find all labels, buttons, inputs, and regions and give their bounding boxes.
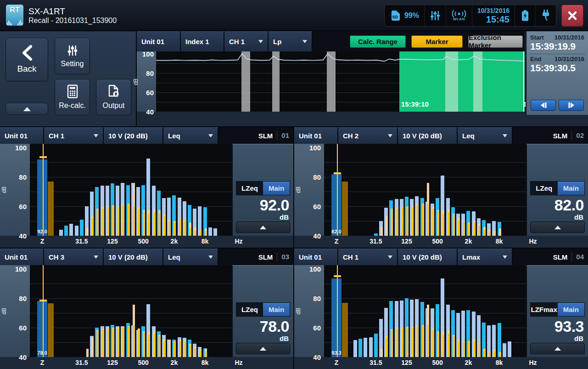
unit-cell[interactable]: Unit 01 xyxy=(137,31,181,51)
y-axis-unit-label: dB xyxy=(295,308,302,315)
readout-main-tab[interactable]: Main xyxy=(558,303,585,316)
z-value-label: 92.0 xyxy=(34,229,50,234)
slm-01-spectrum-plot[interactable]: 92.0 xyxy=(30,144,232,236)
chevron-down-icon xyxy=(388,255,392,259)
range-cell[interactable]: 10 V (20 dB) xyxy=(104,127,163,144)
slm-panel-04: Unit 01 CH 1 10 V (20 dB) Lmax SLM04 dB1… xyxy=(294,248,588,369)
readout-collapse-button[interactable] xyxy=(236,221,290,233)
spectrum-overlay-bar2 xyxy=(190,345,191,357)
slm-number: 02 xyxy=(571,131,584,140)
unit-cell[interactable]: Unit 01 xyxy=(294,127,338,144)
readout-value: 93.3 xyxy=(554,318,584,335)
readout-collapse-button[interactable] xyxy=(530,343,585,354)
battery-status xyxy=(515,5,536,26)
metric-select[interactable]: Leq xyxy=(458,127,513,144)
slm-04-spectrum-plot[interactable]: 93.3 xyxy=(324,265,526,357)
svg-text:SD: SD xyxy=(392,15,398,19)
metric-label: Leq xyxy=(168,132,180,140)
output-button[interactable]: Output xyxy=(96,79,131,115)
recalc-button[interactable]: Re-calc. xyxy=(55,79,90,115)
index-label: Index 1 xyxy=(185,38,209,45)
spectrum-bar xyxy=(369,337,373,357)
chevron-down-icon xyxy=(208,255,213,259)
unit-cell[interactable]: Unit 01 xyxy=(0,249,44,265)
index-cell[interactable]: Index 1 xyxy=(181,31,224,51)
readout-collapse-button[interactable] xyxy=(236,343,290,354)
y-tick-label: 100 xyxy=(309,265,321,273)
step-forward-button[interactable] xyxy=(559,100,584,111)
channel-select[interactable]: CH 1 xyxy=(338,249,398,265)
marker-button[interactable]: Marker xyxy=(411,35,463,48)
metric-select[interactable]: Lp xyxy=(269,31,313,51)
time-chart-y-axis: dB 100806040 xyxy=(137,51,156,112)
status-bar-group: SD 99% WLAN 10/31/2016 15:45 xyxy=(384,5,556,27)
x-tick-label: 15:39:10 xyxy=(401,100,429,108)
spectrum-overlay-bar2 xyxy=(468,341,470,357)
unit-cell[interactable]: Unit 01 xyxy=(0,127,44,144)
gridline xyxy=(324,284,526,284)
x-tick-label: 31.5 xyxy=(370,238,382,245)
band-cursor-tick xyxy=(39,300,47,301)
x-tick-label: Z xyxy=(40,238,45,245)
readout-metric-tab[interactable]: LZFmax xyxy=(531,303,558,316)
slm-panels-grid: Unit 01 CH 1 10 V (20 dB) Leq SLM01 dB10… xyxy=(0,126,588,369)
readout-metric-tab[interactable]: LZeq xyxy=(236,182,263,195)
channel-select[interactable]: CH 1 xyxy=(44,127,104,144)
metric-select[interactable]: Leq xyxy=(163,249,218,265)
channel-select[interactable]: CH 2 xyxy=(338,127,398,144)
calc-range-button[interactable]: Calc. Range xyxy=(350,35,406,48)
readout-collapse-button[interactable] xyxy=(530,221,585,233)
readout-value: 82.0 xyxy=(554,196,584,214)
channel-select[interactable]: CH 1 xyxy=(224,31,269,51)
collapse-panel-button[interactable] xyxy=(6,103,48,115)
metric-select[interactable]: Lmax xyxy=(458,249,513,265)
spectrum-overlay-bar2 xyxy=(97,330,98,357)
y-tick-label: 80 xyxy=(19,295,27,302)
slm-02-spectrum-plot[interactable]: 82.0 xyxy=(324,144,526,236)
spectrum-bar xyxy=(508,341,511,357)
calculator-icon xyxy=(67,85,78,98)
setting-button[interactable]: Setting xyxy=(55,38,90,74)
close-button[interactable] xyxy=(561,5,583,27)
spectrum-overlay-bar2 xyxy=(468,223,470,236)
slm-02-y-axis: dB100806040 xyxy=(294,144,324,236)
end-time: 15:39:30.5 xyxy=(530,62,584,74)
wlan-label: WLAN xyxy=(453,17,465,21)
spectrum-overlay-bar xyxy=(386,216,388,236)
unit-cell[interactable]: Unit 01 xyxy=(294,249,338,265)
spectrum-overlay-bar2 xyxy=(422,204,424,236)
range-cell[interactable]: 10 V (20 dB) xyxy=(398,249,458,265)
battery-icon xyxy=(520,9,530,22)
channel-select[interactable]: CH 3 xyxy=(44,249,104,265)
step-back-button[interactable] xyxy=(531,100,556,111)
gridline xyxy=(30,298,232,299)
spectrum-overlay-bar2 xyxy=(190,227,191,236)
readout-main-tab[interactable]: Main xyxy=(558,182,585,195)
gridline xyxy=(324,162,526,163)
spectrum-overlay-bar2 xyxy=(205,351,207,357)
control-and-timechart-region: Back Setting Re-calc. Output Unit 01 Ind… xyxy=(0,31,588,126)
readout-main-tab[interactable]: Main xyxy=(263,303,290,316)
range-cell[interactable]: 10 V (20 dB) xyxy=(398,127,458,144)
slm-04-header: Unit 01 CH 1 10 V (20 dB) Lmax SLM04 xyxy=(294,249,588,265)
spectrum-bar xyxy=(374,334,378,357)
metric-label: Leq xyxy=(462,132,475,140)
range-label: 10 V (20 dB) xyxy=(403,253,442,261)
spectrum-overlay-bar2 xyxy=(179,219,181,236)
readout-metric-tab[interactable]: LZeq xyxy=(236,303,263,316)
spectrum-overlay-bar2 xyxy=(432,209,434,236)
readout-main-tab[interactable]: Main xyxy=(263,182,290,195)
slm-03-spectrum-plot[interactable]: 78.0 xyxy=(30,265,232,357)
y-tick-label: 100 xyxy=(15,144,27,152)
back-button[interactable]: Back xyxy=(6,38,48,81)
spectrum-overlay-bar xyxy=(86,227,89,236)
readout-unit: dB xyxy=(574,335,583,342)
datetime-status: 10/31/2016 15:45 xyxy=(472,5,515,26)
metric-select[interactable]: Leq xyxy=(163,127,218,144)
start-date: 10/31/2016 xyxy=(554,34,584,41)
readout-tabs: LZeq Main xyxy=(530,181,585,195)
range-cell[interactable]: 10 V (20 dB) xyxy=(104,249,163,265)
exclusion-marker-button[interactable]: Exclusion Marker xyxy=(468,35,523,48)
readout-metric-tab[interactable]: LZeq xyxy=(531,182,558,195)
spectrum-overlay-bar2 xyxy=(102,209,104,236)
